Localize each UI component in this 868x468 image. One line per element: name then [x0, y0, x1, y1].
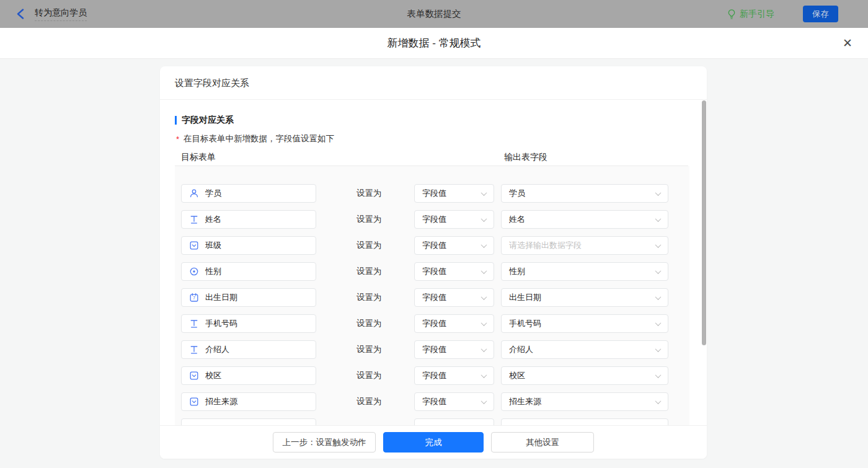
target-field-label: 班级	[205, 240, 221, 251]
target-field-box: 介绍人	[181, 340, 316, 359]
date-field-icon: 7	[189, 293, 199, 302]
rows-area: 学员 设置为 字段值 学员 姓名 设置为 字段值 姓名 班级	[175, 166, 689, 459]
target-field-box: 手机号码	[181, 314, 316, 333]
value-type-dropdown[interactable]: 字段值	[414, 184, 494, 203]
modal-header: 新增数据 - 常规模式 ✕	[0, 28, 868, 59]
chevron-down-icon	[655, 190, 662, 196]
card-footer: 上一步：设置触发动作 完成 其他设置	[160, 425, 707, 459]
chevron-down-icon	[481, 320, 487, 326]
chevron-down-icon	[481, 268, 487, 274]
chevron-down-icon	[655, 242, 662, 248]
target-field-label: 手机号码	[205, 318, 237, 329]
target-field-box: 招生来源	[181, 392, 316, 411]
target-field-label: 校区	[205, 370, 221, 381]
text-field-icon	[189, 345, 199, 355]
value-type-dropdown[interactable]: 字段值	[414, 340, 494, 359]
value-type-dropdown[interactable]: 字段值	[414, 314, 494, 333]
target-field-box: 班级	[181, 236, 316, 255]
chevron-down-icon	[481, 242, 487, 248]
chevron-down-icon	[655, 320, 662, 326]
chevron-down-icon	[655, 294, 662, 300]
back-chevron-icon[interactable]	[16, 9, 26, 20]
modal-title: 新增数据 - 常规模式	[0, 28, 868, 59]
field-mapping-row: 7 出生日期 设置为 字段值 出生日期	[175, 288, 689, 307]
value-type-dropdown[interactable]: 字段值	[414, 288, 494, 307]
chevron-down-icon	[655, 398, 662, 404]
select-field-icon	[189, 397, 199, 407]
section-title: 字段对应关系	[182, 115, 234, 126]
beginner-guide-link[interactable]: 新手引导	[727, 9, 774, 20]
chevron-down-icon	[481, 190, 487, 196]
set-as-label: 设置为	[356, 240, 383, 251]
top-bar: 转为意向学员 表单数据提交 新手引导 保存	[0, 0, 868, 28]
scrollbar-thumb[interactable]	[702, 100, 706, 345]
finish-button[interactable]: 完成	[383, 432, 484, 453]
chevron-down-icon	[481, 372, 487, 378]
target-field-box: 7 出生日期	[181, 288, 316, 307]
field-mapping-row: 学员 设置为 字段值 学员	[175, 184, 689, 203]
field-mapping-row: 班级 设置为 字段值 请选择输出数据字段	[175, 236, 689, 255]
target-field-label: 介绍人	[205, 344, 229, 355]
target-field-box: 姓名	[181, 210, 316, 229]
set-as-label: 设置为	[356, 318, 383, 329]
modal-body: 设置字段对应关系 字段对应关系 * 在目标表单中新增数据，字段值设置如下 目标表…	[0, 59, 868, 468]
set-as-label: 设置为	[356, 188, 383, 199]
close-icon[interactable]: ✕	[841, 37, 854, 50]
chevron-down-icon	[481, 346, 487, 352]
back-label[interactable]: 转为意向学员	[35, 7, 87, 21]
beginner-guide-label: 新手引导	[740, 9, 774, 20]
value-type-dropdown[interactable]: 字段值	[414, 392, 494, 411]
select-field-icon	[189, 241, 199, 250]
set-as-label: 设置为	[356, 396, 383, 407]
note-text: 在目标表单中新增数据，字段值设置如下	[184, 133, 334, 144]
output-field-dropdown[interactable]: 手机号码	[501, 314, 668, 333]
output-field-dropdown[interactable]: 请选择输出数据字段	[501, 236, 668, 255]
required-mark: *	[176, 135, 179, 144]
value-type-dropdown[interactable]: 字段值	[414, 262, 494, 281]
radio-field-icon	[189, 267, 199, 276]
chevron-down-icon	[655, 268, 662, 274]
field-mapping-row: 招生来源 设置为 字段值 招生来源	[175, 392, 689, 411]
field-mapping-row: 介绍人 设置为 字段值 介绍人	[175, 340, 689, 359]
value-type-dropdown[interactable]: 字段值	[414, 236, 494, 255]
select-field-icon	[189, 371, 199, 381]
text-field-icon	[189, 214, 199, 224]
target-field-label: 招生来源	[205, 396, 237, 407]
card-header-title: 设置字段对应关系	[160, 66, 707, 100]
target-field-box: 学员	[181, 184, 316, 203]
chevron-down-icon	[481, 398, 487, 404]
back-link[interactable]: 转为意向学员	[16, 7, 87, 21]
output-field-dropdown[interactable]: 招生来源	[501, 392, 668, 411]
field-mapping-row: 校区 设置为 字段值 校区	[175, 366, 689, 385]
field-mapping-card: 设置字段对应关系 字段对应关系 * 在目标表单中新增数据，字段值设置如下 目标表…	[160, 66, 707, 459]
set-as-label: 设置为	[356, 292, 383, 303]
set-as-label: 设置为	[356, 370, 383, 381]
value-type-dropdown[interactable]: 字段值	[414, 210, 494, 229]
output-field-dropdown[interactable]: 出生日期	[501, 288, 668, 307]
other-settings-button[interactable]: 其他设置	[491, 432, 594, 453]
section-accent-bar	[175, 116, 177, 125]
text-field-icon	[189, 319, 199, 329]
field-mapping-row: 手机号码 设置为 字段值 手机号码	[175, 314, 689, 333]
output-field-dropdown[interactable]: 性别	[501, 262, 668, 281]
chevron-down-icon	[655, 346, 662, 352]
target-field-label: 性别	[205, 266, 221, 277]
save-button[interactable]: 保存	[803, 6, 838, 22]
output-field-dropdown[interactable]: 姓名	[501, 210, 668, 229]
output-field-dropdown[interactable]: 介绍人	[501, 340, 668, 359]
person-field-icon	[189, 188, 199, 198]
output-field-dropdown[interactable]: 学员	[501, 184, 668, 203]
previous-step-button[interactable]: 上一步：设置触发动作	[273, 432, 376, 453]
chevron-down-icon	[655, 372, 662, 378]
target-field-box: 性别	[181, 262, 316, 281]
section-head: 字段对应关系	[175, 115, 234, 126]
set-as-label: 设置为	[356, 266, 383, 277]
chevron-down-icon	[655, 216, 662, 222]
target-field-box: 校区	[181, 366, 316, 385]
output-field-dropdown[interactable]: 校区	[501, 366, 668, 385]
value-type-dropdown[interactable]: 字段值	[414, 366, 494, 385]
note-line: * 在目标表单中新增数据，字段值设置如下	[176, 133, 334, 144]
chevron-down-icon	[481, 294, 487, 300]
set-as-label: 设置为	[356, 214, 383, 225]
column-header-output-fields: 输出表字段	[504, 152, 547, 163]
